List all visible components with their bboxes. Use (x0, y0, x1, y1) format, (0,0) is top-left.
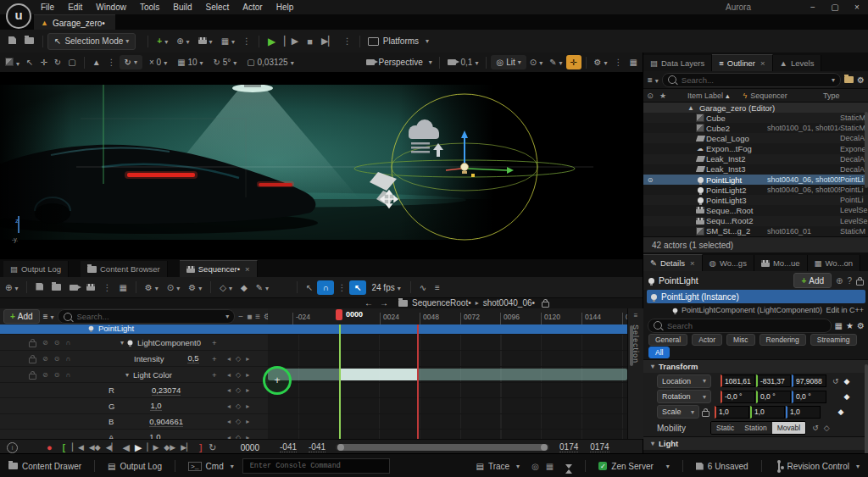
filter-icon[interactable]: ≡▾ (648, 75, 659, 85)
record-button[interactable]: ● (47, 442, 53, 452)
add-key-icon[interactable]: + (212, 370, 217, 380)
timeline-hscrollbar[interactable] (336, 444, 549, 451)
track-search-input[interactable] (75, 311, 220, 322)
view-options-dropdown[interactable]: ⊙▾ (167, 283, 180, 292)
transform-tools-dropdown[interactable]: ▾ (5, 58, 19, 68)
tab-content-browser[interactable]: Content Browser (81, 261, 168, 277)
tab-output-log[interactable]: ▤ Output Log (3, 261, 69, 277)
item-label-column[interactable]: Item Label (687, 92, 723, 100)
playhead-line[interactable] (339, 324, 341, 439)
close-sequencer-icon[interactable]: × (245, 264, 250, 274)
select-edit-icon[interactable]: ↖ (306, 283, 313, 292)
track-light-color[interactable]: ⊘⊙∩ ▾ Light Color + ◂◇▸ (0, 367, 268, 383)
play-button[interactable]: ▶ (268, 36, 275, 47)
screenshot-icon[interactable]: ▦ (546, 462, 554, 471)
play-reverse-button[interactable]: ◀ (123, 442, 130, 453)
chip-general[interactable]: General (648, 334, 687, 346)
outliner-row[interactable]: ⊙ Decal_Logo DecalA (643, 133, 868, 143)
viewport[interactable]: z -y. (0, 72, 643, 258)
transform-section-header[interactable]: ▾ Transform (643, 359, 868, 373)
rotation-z-field[interactable]: 0,0 ° (792, 391, 826, 403)
show-flags-dropdown[interactable]: ⊙▾ (530, 58, 542, 67)
save-sequence-icon[interactable] (36, 283, 43, 292)
to-start-button[interactable]: ▏◀ (72, 443, 84, 452)
eject-button[interactable]: ▶▏ (321, 36, 336, 47)
mobility-stationary[interactable]: Station (739, 422, 771, 434)
surface-snap-group[interactable]: × 0▾ (149, 58, 167, 67)
sequencer-column[interactable]: Sequencer (750, 92, 787, 100)
chip-all[interactable]: All (648, 347, 670, 358)
light-section-header[interactable]: ▾ Light (643, 436, 868, 450)
fps-dropdown[interactable]: 24 fps▾ (371, 283, 400, 292)
details-instance-row[interactable]: PointLight (Instance) (647, 290, 865, 303)
blueprint-icon[interactable]: ⊕ (836, 276, 843, 286)
playhead-marker[interactable] (336, 309, 342, 320)
maximize-viewport-icon[interactable]: ▦ (630, 58, 637, 67)
render-movie-icon[interactable] (86, 283, 95, 292)
outliner-row[interactable]: ⊙ Seque...Root LevelSe (643, 205, 868, 215)
curve-editor-icon[interactable]: ∿ (420, 283, 426, 292)
mark-out-button[interactable]: ] (199, 443, 202, 452)
world-space-dropdown[interactable]: ↻▾ (120, 55, 142, 69)
select-tool-icon[interactable]: ↖ (26, 58, 33, 67)
timeline-ruler[interactable]: -024 0024 0048 0072 0096 0120 0144 016 0… (268, 308, 627, 325)
play-forward-button[interactable]: ▶ (135, 442, 142, 453)
cmd-dropdown[interactable]: >_ Cmd ▾ (180, 454, 242, 477)
working-range-start-field[interactable]: -041 (280, 442, 297, 452)
current-frame-field[interactable]: 0000 (241, 443, 259, 452)
snapshot-icon[interactable]: ▦ (119, 283, 126, 292)
step-forward-button[interactable]: ▏▶ (147, 443, 159, 452)
display-filter-icon[interactable]: ▦ (835, 321, 843, 330)
tab-world-settings[interactable]: ◍ Wo...gs (703, 255, 754, 271)
tab-details[interactable]: ✎ Details × (643, 254, 703, 271)
menu-window[interactable]: Window (89, 0, 133, 14)
track-pointlight-selected[interactable]: PointLight (0, 324, 268, 335)
outliner-world-row[interactable]: ▲ Garage_zero (Editor) (643, 103, 868, 113)
tab-movie-queue[interactable]: Mo...ue (754, 255, 808, 271)
track-lightcomponent[interactable]: ⊘⊙∩ ▾ LightComponent0 + (0, 335, 268, 351)
chip-rendering[interactable]: Rendering (760, 334, 806, 346)
filter-sliders-icon[interactable]: ≡ (628, 308, 643, 319)
pilot-icon[interactable]: ▲ (92, 58, 101, 67)
outliner-search[interactable]: ▾ (662, 73, 841, 87)
viewport-overflow-icon[interactable]: ⋮ (615, 58, 623, 67)
details-component-row[interactable]: PointLightComponent (LightComponent0) Ed… (643, 303, 868, 317)
outliner-row[interactable]: ⊙ PointLight3 PointLi (643, 195, 868, 205)
playback-options-dropdown[interactable]: ⚙▾ (188, 283, 202, 292)
visibility-eye-icon[interactable]: ⊙ (643, 176, 657, 184)
sequence-lock-icon[interactable] (542, 302, 549, 308)
new-folder-icon[interactable] (844, 76, 854, 83)
frame-skip-button[interactable]: ▏▶ (284, 36, 298, 47)
menu-help[interactable]: Help (270, 0, 301, 14)
track-filter-icon[interactable]: ≡▾ (43, 312, 54, 321)
rotate-tool-icon[interactable]: ↻ (54, 58, 61, 67)
outliner-row[interactable]: ⊙ PointLight2 shot0040_06, shot005 Point… (643, 185, 868, 195)
range-end-line[interactable] (417, 324, 419, 439)
console-input[interactable] (248, 461, 384, 471)
close-button[interactable]: × (846, 3, 868, 12)
scale-snap-group[interactable]: ▢ 0,03125▾ (247, 58, 293, 67)
add-section-icon[interactable]: + (212, 338, 217, 347)
create-camera-icon[interactable] (70, 283, 78, 292)
edit-options-dropdown[interactable]: ✎▾ (256, 283, 269, 292)
outliner-scrollbar[interactable] (865, 112, 868, 188)
trace-dropdown[interactable]: ▤ Trace ▾ (467, 454, 528, 477)
add-key-icon[interactable]: + (212, 354, 217, 363)
platforms-dropdown[interactable]: Platforms ▾ (368, 36, 429, 46)
nav-forward-icon[interactable]: → (380, 298, 388, 308)
rotation-y-field[interactable]: 0,0 ° (756, 391, 791, 403)
details-search-input[interactable] (665, 320, 826, 331)
type-column[interactable]: Type (823, 92, 840, 100)
location-y-field[interactable]: -831,37 (756, 374, 791, 387)
menu-select[interactable]: Select (199, 0, 236, 14)
working-range-end-field[interactable]: 0174 (590, 442, 609, 452)
revision-control-dropdown[interactable]: Revision Control ▾ (766, 454, 868, 477)
world-dropdown[interactable]: ⊕▾ (5, 283, 18, 292)
scale-y-field[interactable]: 1,0 (750, 406, 785, 419)
track-search[interactable]: ▾ (58, 309, 236, 324)
snap-playhead-toggle[interactable]: ↖ (349, 280, 366, 295)
to-end-button[interactable]: ▶▏ (181, 443, 192, 452)
help-icon[interactable]: ? (847, 276, 852, 286)
browse-content-icon[interactable] (25, 36, 34, 46)
breadcrumb-shot[interactable]: shot0040_06• (483, 298, 535, 308)
